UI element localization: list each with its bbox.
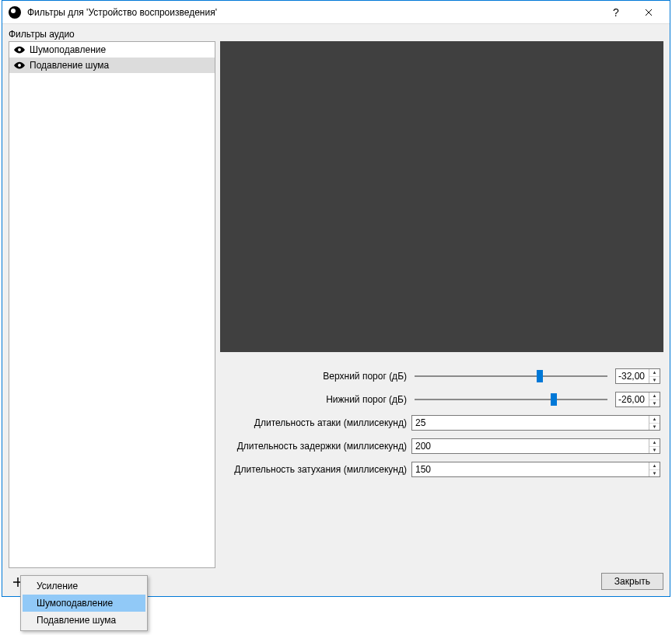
chevron-up-icon[interactable]: ▲ (649, 462, 660, 470)
lower-threshold-spinbox[interactable]: ▲▼ (615, 392, 660, 407)
parameters: Верхний порог (дБ) ▲▼ Нижний порог (дБ) (220, 352, 663, 483)
close-icon (645, 9, 653, 16)
filters-dialog: Фильтры для 'Устройство воспроизведения'… (2, 0, 670, 597)
filter-item-noise-gate[interactable]: Подавление шума (9, 58, 215, 73)
top-area: Фильтры аудио Шумоподавление Подавление … (9, 29, 663, 568)
visibility-icon[interactable] (14, 46, 25, 54)
dialog-body: Фильтры аудио Шумоподавление Подавление … (2, 24, 670, 596)
spinner-arrows[interactable]: ▲▼ (649, 439, 660, 453)
visibility-icon[interactable] (14, 61, 25, 69)
filter-item-label: Шумоподавление (30, 44, 106, 55)
window-close-button[interactable] (632, 2, 665, 23)
filters-panel: Фильтры аудио Шумоподавление Подавление … (9, 29, 215, 568)
param-label: Длительность затухания (миллисекунд) (223, 464, 407, 475)
release-value[interactable] (412, 462, 649, 476)
filters-list[interactable]: Шумоподавление Подавление шума (9, 41, 215, 568)
slider-thumb[interactable] (551, 393, 557, 406)
chevron-up-icon[interactable]: ▲ (649, 416, 660, 424)
hold-value[interactable] (412, 439, 649, 453)
release-spinbox[interactable]: ▲▼ (411, 462, 660, 477)
chevron-down-icon[interactable]: ▼ (649, 447, 660, 454)
param-lower-threshold: Нижний порог (дБ) ▲▼ (223, 391, 660, 408)
menu-item-gain[interactable]: Усиление (23, 577, 145, 595)
preview-area (220, 41, 663, 352)
settings-panel: Верхний порог (дБ) ▲▼ Нижний порог (дБ) (220, 41, 663, 568)
slider-thumb[interactable] (537, 370, 543, 382)
lower-threshold-slider[interactable] (411, 392, 611, 407)
param-upper-threshold: Верхний порог (дБ) ▲▼ (223, 368, 660, 385)
spinner-arrows[interactable]: ▲▼ (649, 416, 660, 430)
param-attack: Длительность атаки (миллисекунд) ▲▼ (223, 414, 660, 431)
chevron-down-icon[interactable]: ▼ (649, 377, 660, 384)
filters-heading: Фильтры аудио (9, 29, 215, 40)
spinner-arrows[interactable]: ▲▼ (649, 393, 660, 406)
spinner-arrows[interactable]: ▲▼ (649, 462, 660, 476)
chevron-down-icon[interactable]: ▼ (649, 470, 660, 477)
svg-point-0 (18, 48, 21, 51)
param-label: Длительность задержки (миллисекунд) (223, 441, 407, 452)
menu-item-noise-gate[interactable]: Подавление шума (23, 612, 145, 629)
menu-item-noise-suppression[interactable]: Шумоподавление (23, 595, 145, 612)
param-label: Длительность атаки (миллисекунд) (223, 417, 407, 428)
attack-spinbox[interactable]: ▲▼ (411, 415, 660, 431)
chevron-down-icon[interactable]: ▼ (649, 400, 660, 407)
chevron-up-icon[interactable]: ▲ (649, 439, 660, 447)
param-hold: Длительность задержки (миллисекунд) ▲▼ (223, 438, 660, 455)
upper-threshold-spinbox[interactable]: ▲▼ (615, 368, 660, 384)
lower-threshold-value[interactable] (616, 393, 649, 406)
param-label: Нижний порог (дБ) (223, 394, 407, 405)
close-button[interactable]: Закрыть (601, 573, 663, 590)
filter-item-label: Подавление шума (30, 60, 109, 71)
hold-spinbox[interactable]: ▲▼ (411, 438, 660, 454)
chevron-up-icon[interactable]: ▲ (649, 369, 660, 377)
filter-item-noise-suppression[interactable]: Шумоподавление (9, 42, 215, 58)
add-filter-menu[interactable]: Усиление Шумоподавление Подавление шума (20, 575, 148, 631)
spinner-arrows[interactable]: ▲▼ (649, 369, 660, 383)
window-title: Фильтры для 'Устройство воспроизведения' (27, 7, 600, 18)
help-button[interactable]: ? (600, 2, 632, 23)
chevron-up-icon[interactable]: ▲ (649, 393, 660, 400)
upper-threshold-slider[interactable] (411, 368, 611, 384)
titlebar: Фильтры для 'Устройство воспроизведения'… (2, 1, 670, 24)
param-label: Верхний порог (дБ) (223, 371, 407, 382)
upper-threshold-value[interactable] (616, 369, 649, 383)
app-icon (9, 6, 21, 19)
svg-point-1 (18, 64, 21, 67)
attack-value[interactable] (412, 416, 649, 430)
chevron-down-icon[interactable]: ▼ (649, 424, 660, 431)
param-release: Длительность затухания (миллисекунд) ▲▼ (223, 461, 660, 478)
